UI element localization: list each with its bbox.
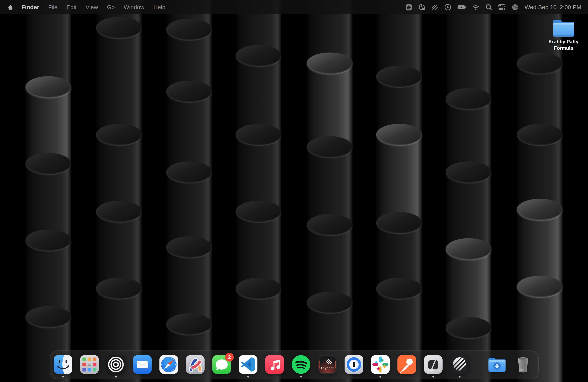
arc-icon bbox=[186, 355, 205, 374]
menu-view[interactable]: View bbox=[85, 4, 98, 11]
menu-siri-icon[interactable] bbox=[511, 3, 519, 11]
dock-item-concentric-circles-app[interactable] bbox=[106, 355, 126, 374]
wallpaper-cylinder-column bbox=[25, 0, 71, 382]
dock-item-mail[interactable] bbox=[133, 355, 152, 374]
raycast-wordmark: raycast bbox=[318, 366, 337, 370]
wallpaper-cylinder-column bbox=[446, 0, 491, 382]
menu-help[interactable]: Help bbox=[153, 4, 166, 11]
desktop-folder-label: Krabby Patty Formula bbox=[548, 39, 579, 51]
linear-icon bbox=[450, 355, 469, 374]
dock-item-postman[interactable] bbox=[397, 355, 417, 374]
music-icon bbox=[265, 355, 284, 374]
finder-icon bbox=[53, 355, 73, 374]
onepassword-icon bbox=[344, 355, 364, 374]
running-indicator bbox=[459, 376, 461, 378]
menu-go[interactable]: Go bbox=[107, 4, 115, 11]
wallpaper-cylinder-column bbox=[236, 0, 281, 382]
mail-icon bbox=[133, 355, 152, 374]
slack-icon bbox=[371, 355, 390, 374]
wallpaper-cylinder-column bbox=[307, 0, 353, 382]
wallpaper-cylinder-column bbox=[517, 0, 563, 382]
menu-wifi-icon[interactable] bbox=[472, 3, 480, 11]
wallpaper-cylinder-column bbox=[376, 0, 422, 382]
dock-item-music[interactable] bbox=[265, 355, 284, 374]
menu-power-lock-icon[interactable] bbox=[418, 3, 425, 11]
dock-item-finder[interactable] bbox=[53, 355, 73, 374]
dock-item-downloads[interactable] bbox=[487, 355, 506, 374]
wallpaper bbox=[0, 0, 588, 382]
dock-item-slack[interactable] bbox=[371, 355, 390, 374]
dock-item-safari[interactable] bbox=[159, 355, 178, 374]
trash-icon bbox=[513, 355, 533, 374]
dock-divider bbox=[478, 354, 478, 378]
dock: 2raycast bbox=[50, 350, 539, 379]
dock-item-launchpad[interactable] bbox=[80, 355, 99, 374]
slashed-square-app-icon bbox=[423, 355, 443, 374]
spotify-icon bbox=[291, 355, 311, 374]
menu-burst-icon[interactable] bbox=[405, 3, 412, 11]
dock-item-messages[interactable]: 2 bbox=[212, 355, 231, 374]
apple-icon bbox=[7, 4, 13, 11]
downloads-icon bbox=[487, 355, 506, 374]
menubar-time: 2:00 PM bbox=[560, 4, 581, 11]
dock-item-arc[interactable] bbox=[186, 355, 205, 374]
wallpaper-cylinder-column bbox=[96, 0, 142, 382]
safari-icon bbox=[159, 355, 178, 374]
raycast-icon bbox=[318, 355, 337, 374]
postman-icon bbox=[397, 355, 417, 374]
dock-item-raycast[interactable]: raycast bbox=[318, 355, 337, 374]
running-indicator bbox=[247, 376, 249, 378]
running-indicator bbox=[300, 376, 302, 378]
dock-item-linear[interactable] bbox=[450, 355, 469, 374]
menu-spotlight-icon[interactable] bbox=[485, 3, 492, 11]
dock-item-vscode[interactable] bbox=[238, 355, 258, 374]
menu-battery-charging-icon[interactable] bbox=[457, 3, 466, 11]
menu-bar-left: Finder FileEditViewGoWindowHelp bbox=[7, 4, 166, 11]
menu-bar: Finder FileEditViewGoWindowHelp Wed Sep … bbox=[0, 0, 588, 14]
concentric-circles-app-icon bbox=[106, 355, 126, 374]
apple-menu[interactable] bbox=[7, 4, 13, 11]
running-indicator bbox=[115, 376, 117, 378]
menu-control-center-icon[interactable] bbox=[498, 3, 505, 11]
running-indicator bbox=[62, 376, 64, 378]
menu-app-name[interactable]: Finder bbox=[21, 4, 39, 11]
menu-edit[interactable]: Edit bbox=[66, 4, 77, 11]
running-indicator bbox=[379, 376, 381, 378]
menu-bar-status: Wed Sep 10 2:00 PM bbox=[405, 3, 581, 11]
dock-item-trash[interactable] bbox=[513, 355, 533, 374]
vscode-icon bbox=[238, 355, 258, 374]
menu-now-playing-icon[interactable] bbox=[444, 3, 452, 11]
launchpad-icon bbox=[80, 355, 99, 374]
menu-raycast-icon[interactable] bbox=[431, 3, 438, 11]
menu-window[interactable]: Window bbox=[124, 4, 145, 11]
wallpaper-cylinder-column bbox=[166, 0, 212, 382]
running-indicator bbox=[432, 376, 434, 378]
desktop-folder-krabby-patty-formula[interactable]: Krabby Patty Formula bbox=[548, 18, 579, 51]
dock-item-spotify[interactable] bbox=[291, 355, 311, 374]
dock-item-onepassword[interactable] bbox=[344, 355, 364, 374]
menu-file[interactable]: File bbox=[48, 4, 58, 11]
menubar-date: Wed Sep 10 bbox=[525, 4, 557, 11]
folder-icon bbox=[551, 18, 576, 38]
dock-item-slashed-square-app[interactable] bbox=[423, 355, 443, 374]
menubar-clock[interactable]: Wed Sep 10 2:00 PM bbox=[525, 4, 581, 11]
notification-badge: 2 bbox=[225, 353, 234, 361]
